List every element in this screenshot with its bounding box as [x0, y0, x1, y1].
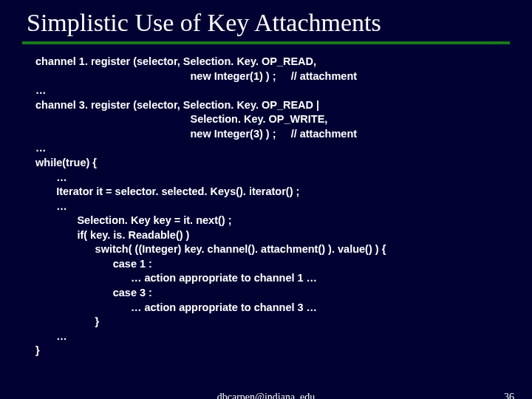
footer-email: dbcarpen@indiana. edu: [0, 392, 532, 399]
code-block: channel 1. register (selector, Selection…: [35, 55, 510, 358]
slide-title: Simplistic Use of Key Attachments: [27, 9, 510, 37]
title-underline: [22, 41, 510, 44]
slide: Simplistic Use of Key Attachments channe…: [0, 0, 532, 399]
page-number: 36: [504, 392, 514, 399]
